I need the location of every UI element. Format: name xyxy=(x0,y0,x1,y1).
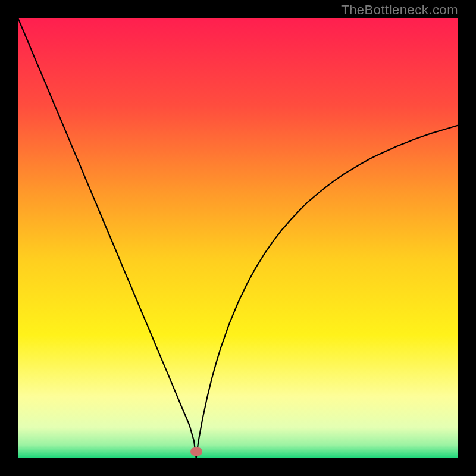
bottleneck-curve xyxy=(18,18,458,458)
curve-layer xyxy=(18,18,458,458)
optimum-marker xyxy=(190,447,202,456)
plot-area xyxy=(18,18,458,458)
chart-frame: TheBottleneck.com xyxy=(0,0,476,476)
watermark-text: TheBottleneck.com xyxy=(341,2,458,18)
